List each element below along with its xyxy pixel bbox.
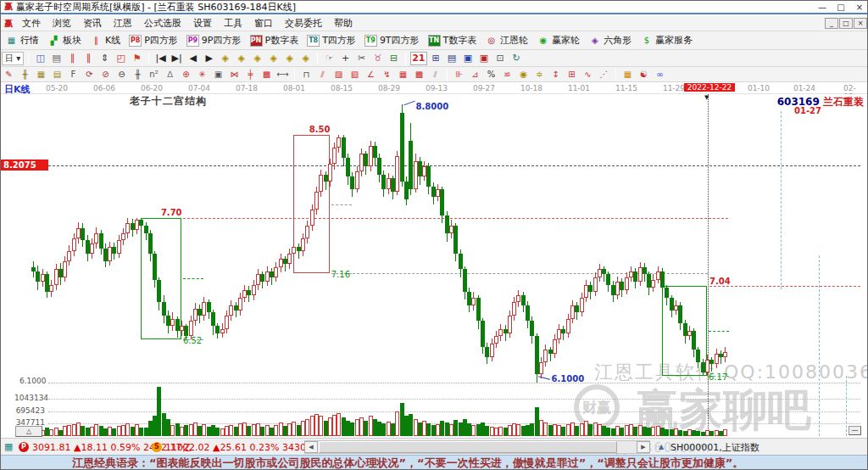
color-grid-icon[interactable]: ▦ — [620, 69, 635, 81]
gann-grid-tool[interactable]: ▦ — [34, 69, 48, 81]
golden-circle-tool[interactable]: ◉ — [516, 69, 531, 81]
flag-icon[interactable]: ⚑ — [130, 52, 144, 65]
golden-section-tool[interactable]: ≑ — [532, 69, 547, 81]
kline-small-icon[interactable]: ∥ — [65, 52, 80, 65]
toolbar-button-hexagon[interactable]: ◈六角形 — [587, 33, 633, 48]
toolbar-button-kline[interactable]: ∥K线 — [88, 33, 122, 48]
menu-window[interactable]: 窗口 — [248, 17, 279, 30]
export-icon[interactable]: ↻ — [509, 52, 524, 65]
hatch-tool[interactable]: ╫ — [18, 69, 32, 81]
crosshair-tool[interactable]: + — [338, 52, 353, 65]
bull-icon[interactable]: ♉ — [370, 52, 385, 65]
infinity-icon[interactable]: ∞ — [653, 69, 667, 81]
cycle-tool[interactable]: ⊖ — [114, 69, 129, 81]
calendar-icon[interactable]: 21 — [410, 52, 426, 65]
scrollbar-thumb[interactable] — [319, 441, 617, 453]
menu-browse[interactable]: 浏览 — [47, 17, 77, 30]
diamond-nav-3[interactable]: ◈ — [250, 52, 264, 65]
menu-help[interactable]: 帮助 — [328, 17, 359, 30]
toolbar-button-sectors[interactable]: ▞板块 — [46, 33, 83, 48]
fib-tool[interactable]: F — [66, 69, 81, 81]
calculator-icon[interactable]: ⊞ — [429, 52, 443, 65]
apex-tool[interactable]: ∆ — [163, 69, 177, 81]
horizontal-scrollbar[interactable]: ◀ ▶ — [304, 440, 650, 454]
shade-tool[interactable]: ▨ — [331, 69, 346, 81]
dense-grid-tool[interactable]: ▩ — [259, 69, 274, 81]
hand-tool[interactable]: ☞ — [322, 52, 337, 65]
shade2-tool[interactable]: ▧ — [348, 69, 362, 81]
toolbar-button-t-number-table[interactable]: TNT数字表 — [426, 33, 479, 48]
first-bar-button[interactable]: |◀ — [153, 52, 168, 65]
toolbar-button-gann-wheel[interactable]: ◎江恩轮 — [483, 33, 530, 48]
last-bar-button[interactable]: ▶| — [170, 52, 184, 65]
abacus-icon[interactable]: ⊟ — [387, 52, 401, 65]
toolbar-button-quotes[interactable]: ▦行情 — [3, 33, 41, 48]
menu-file[interactable]: 文件 — [16, 17, 47, 30]
pencil-tool[interactable]: ✎ — [2, 69, 16, 81]
toolbar-button-t9-square[interactable]: T99T四方形 — [363, 33, 421, 48]
price-grid-tool[interactable]: ⊞ — [565, 69, 579, 81]
bars-tool[interactable]: ╫ — [131, 69, 145, 81]
width-tool[interactable]: ⟷ — [275, 69, 290, 81]
collapse-pane-button[interactable]: — — [849, 426, 861, 435]
minimize-button[interactable]: — — [813, 3, 832, 12]
save-icon[interactable]: ▣ — [461, 52, 476, 65]
blocks-tool[interactable]: ▩ — [412, 69, 426, 81]
scroll-right-button[interactable]: ▶ — [637, 441, 650, 453]
menu-gann[interactable]: 江恩 — [108, 17, 138, 30]
toolbar-button-t-square[interactable]: T8T四方形 — [305, 33, 358, 48]
diamond-nav-4[interactable]: ◈ — [266, 52, 281, 65]
toolbar-button-winner-service[interactable]: $赢家服务 — [638, 33, 694, 48]
menu-trade[interactable]: 交易委托 — [279, 17, 328, 30]
menu-settings[interactable]: 设置 — [187, 17, 218, 30]
scroll-left-button[interactable]: ◀ — [304, 441, 318, 453]
fan-tool[interactable]: ⋰ — [597, 69, 611, 81]
box-grid-tool[interactable]: ▣ — [211, 69, 225, 81]
kline-chart[interactable]: 老子十二宫结构 603169 兰石重装 01-27 8.2075 6.1000 … — [1, 94, 868, 438]
cross-lines-tool[interactable]: ⋈ — [227, 69, 242, 81]
report-icon[interactable]: ▤ — [445, 52, 459, 65]
menu-news[interactable]: 资讯 — [77, 17, 108, 30]
toolbar-button-p-square[interactable]: P8P四方形 — [127, 33, 180, 48]
angle-tool[interactable]: ∠ — [364, 69, 378, 81]
mdi-restore-button[interactable]: □ — [839, 18, 853, 29]
wedge-tool[interactable]: ⊿ — [468, 69, 482, 81]
mdi-close-button[interactable]: × — [854, 18, 867, 29]
expand-pane-button[interactable]: △ — [15, 426, 42, 437]
diamond-nav-6[interactable]: ◈ — [298, 52, 313, 65]
diamond-nav-5[interactable]: ◈ — [282, 52, 297, 65]
toolbar-button-p9-square[interactable]: P99P四方形 — [185, 33, 243, 48]
mdi-minimize-button[interactable]: _ — [825, 18, 838, 29]
gann-grid2-tool[interactable]: ▤ — [50, 69, 64, 81]
rays-tool[interactable]: ⫽ — [315, 69, 330, 81]
wave-tool[interactable]: ∿ — [581, 69, 595, 81]
slash-tool[interactable]: ⫽ — [428, 69, 442, 81]
diamond-nav-2[interactable]: ◈ — [234, 52, 248, 65]
kline-small2-icon[interactable]: ∥ — [81, 52, 96, 65]
percent-tool[interactable]: % — [484, 69, 498, 81]
levels-tool[interactable]: ⊪ — [452, 69, 466, 81]
chart-window-icon[interactable]: ◫ — [33, 52, 47, 65]
close-button[interactable]: × — [850, 3, 868, 12]
current-symbol-label[interactable]: SH000001,上证指数 — [670, 441, 760, 454]
percent-lines-tool[interactable]: ≌ — [500, 69, 515, 81]
maximize-button[interactable]: □ — [832, 3, 850, 12]
target-tool[interactable]: ⊕ — [179, 69, 193, 81]
toolbar-button-p-number-table[interactable]: PNP数字表 — [248, 33, 301, 48]
period-day-dropdown[interactable]: 日 ▾ — [2, 52, 24, 65]
cut-tool[interactable]: ✂ — [354, 52, 369, 65]
menu-tools[interactable]: 工具 — [218, 17, 248, 30]
updown-tool[interactable]: ↕ — [548, 69, 563, 81]
taiji-icon[interactable]: ☯ — [637, 69, 651, 81]
ladder-tool[interactable]: ╪ — [243, 69, 258, 81]
zigzag-tool[interactable]: ↯ — [380, 69, 394, 81]
diamond-nav-1[interactable]: ◈ — [218, 52, 232, 65]
print-icon[interactable]: ⊡ — [493, 52, 508, 65]
toolbar-button-winner-wheel[interactable]: ◉赢家轮 — [535, 33, 581, 48]
grid-tool[interactable]: ▦ — [396, 69, 410, 81]
market-grid-icon[interactable]: ▦ — [4, 441, 13, 452]
kline-box-icon[interactable]: ◰ — [114, 52, 128, 65]
prev-bar-button[interactable]: ◀ — [186, 52, 200, 65]
candle-updown-icon[interactable]: ⇕ — [97, 52, 112, 65]
spiral-tool[interactable]: ⟳ — [82, 69, 97, 81]
